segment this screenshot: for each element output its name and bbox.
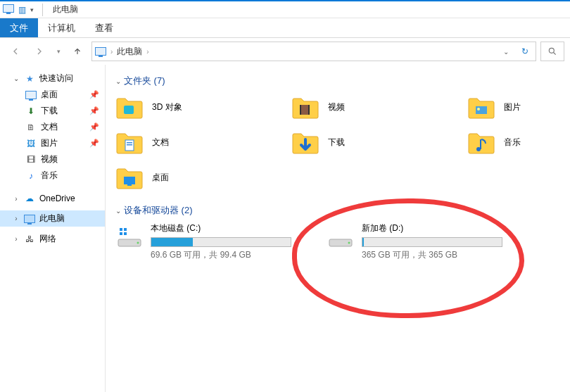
folder-item[interactable]: 视频 <box>291 93 446 121</box>
svg-rect-18 <box>124 232 127 235</box>
folder-label: 下载 <box>328 137 345 148</box>
svg-point-6 <box>477 108 480 110</box>
svg-rect-2 <box>300 105 310 115</box>
desktop-icon <box>25 89 37 101</box>
svg-rect-11 <box>480 139 481 149</box>
drive-item[interactable]: 新加卷 (D:) 365 GB 可用，共 365 GB <box>327 222 531 261</box>
folder-label: 桌面 <box>152 172 169 184</box>
sidebar-item-downloads[interactable]: ⬇ 下载 📌 <box>0 103 105 119</box>
search-input[interactable] <box>540 42 564 61</box>
sidebar-item-onedrive[interactable]: › ☁ OneDrive <box>0 191 105 206</box>
sidebar-item-network[interactable]: › 🖧 网络 <box>0 231 105 247</box>
refresh-icon[interactable]: ↻ <box>517 46 533 56</box>
thispc-icon <box>24 213 35 225</box>
address-bar[interactable]: › 此电脑 › ⌄ ↻ <box>91 42 536 61</box>
star-icon: ★ <box>24 73 35 84</box>
svg-rect-9 <box>127 144 132 146</box>
forward-button[interactable] <box>30 42 49 61</box>
chevron-right-icon[interactable]: › <box>146 48 148 56</box>
tab-file[interactable]: 文件 <box>0 18 38 37</box>
tab-computer[interactable]: 计算机 <box>38 18 85 37</box>
qat-dropdown-icon[interactable]: ▾ <box>30 6 34 13</box>
sidebar-item-pictures[interactable]: 🖼 图片 📌 <box>0 135 105 151</box>
sidebar-item-quick-access[interactable]: ⌄ ★ 快速访问 <box>0 70 105 87</box>
drive-icon <box>115 222 144 251</box>
chevron-right-icon[interactable]: › <box>13 235 20 243</box>
folder-icon <box>291 128 319 156</box>
back-button[interactable] <box>6 42 25 61</box>
sidebar-item-documents[interactable]: 🗎 文档 📌 <box>0 119 105 135</box>
folder-item[interactable]: 音乐 <box>467 128 570 156</box>
tab-view[interactable]: 查看 <box>85 18 123 37</box>
download-icon: ⬇ <box>25 106 37 117</box>
chevron-down-icon: ⌄ <box>115 77 121 85</box>
svg-rect-5 <box>476 106 487 114</box>
sidebar-item-music[interactable]: ♪ 音乐 <box>0 167 105 184</box>
sidebar-label: 桌面 <box>41 89 58 101</box>
system-icon <box>3 4 14 15</box>
address-dropdown-icon[interactable]: ⌄ <box>499 48 513 56</box>
recent-dropdown[interactable]: ▾ <box>53 42 63 61</box>
up-button[interactable] <box>68 42 87 61</box>
drive-item[interactable]: 本地磁盘 (C:) 69.6 GB 可用，共 99.4 GB <box>115 222 319 261</box>
drive-name: 本地磁盘 (C:) <box>151 222 319 234</box>
svg-rect-12 <box>124 177 135 184</box>
svg-rect-8 <box>127 142 132 144</box>
folder-item[interactable]: 3D 对象 <box>115 93 270 121</box>
chevron-right-icon[interactable]: › <box>13 215 20 222</box>
svg-point-22 <box>348 242 350 244</box>
chevron-right-icon[interactable]: › <box>110 48 113 56</box>
title-bar: ▥ ▾ 此电脑 <box>0 0 570 18</box>
folder-icon <box>115 163 144 191</box>
svg-point-0 <box>549 48 554 53</box>
folders-grid: 3D 对象 视频 图片 文档 下载 音乐 桌面 <box>115 93 560 191</box>
pin-icon: 📌 <box>89 106 99 115</box>
sidebar-label: 下载 <box>41 105 58 117</box>
picture-icon: 🖼 <box>25 138 37 149</box>
qat-pin-icon[interactable]: ▥ <box>18 5 26 15</box>
folder-item[interactable]: 图片 <box>467 93 570 121</box>
sidebar-item-desktop[interactable]: 桌面 📌 <box>0 87 105 103</box>
pin-icon: 📌 <box>89 139 99 148</box>
svg-rect-13 <box>127 184 132 186</box>
section-folders-header[interactable]: ⌄ 文件夹 (7) <box>115 75 560 87</box>
sidebar-label: 此电脑 <box>39 213 65 225</box>
drive-usage-bar <box>151 237 291 247</box>
svg-rect-1 <box>124 106 134 114</box>
folder-item[interactable]: 文档 <box>115 128 270 156</box>
breadcrumb-root[interactable]: 此电脑 <box>117 46 142 58</box>
main-layout: ⌄ ★ 快速访问 桌面 📌 ⬇ 下载 📌 🗎 文档 📌 🖼 图片 📌 🎞 视频 <box>0 65 570 392</box>
chevron-down-icon: ⌄ <box>115 207 121 215</box>
video-icon: 🎞 <box>25 154 37 165</box>
document-icon: 🗎 <box>25 122 37 133</box>
folder-label: 视频 <box>328 101 345 113</box>
chevron-right-icon[interactable]: › <box>13 195 20 203</box>
folder-label: 3D 对象 <box>152 101 182 113</box>
drive-status: 365 GB 可用，共 365 GB <box>362 249 531 261</box>
sidebar-label: OneDrive <box>39 194 75 203</box>
pin-icon: 📌 <box>89 122 99 132</box>
folder-label: 文档 <box>152 137 169 148</box>
chevron-down-icon[interactable]: ⌄ <box>13 75 20 82</box>
ribbon-tabs: 文件 计算机 查看 <box>0 18 570 38</box>
folder-icon <box>467 128 495 156</box>
cloud-icon: ☁ <box>24 193 35 204</box>
folder-label: 图片 <box>504 101 521 113</box>
folder-icon <box>115 93 144 121</box>
sidebar-item-videos[interactable]: 🎞 视频 <box>0 151 105 167</box>
sidebar-label: 文档 <box>41 121 58 133</box>
drive-usage-bar <box>362 237 502 247</box>
sidebar-label: 图片 <box>41 137 58 149</box>
sidebar-item-thispc[interactable]: › 此电脑 <box>0 210 105 227</box>
folder-item[interactable]: 下载 <box>291 128 446 156</box>
network-icon: 🖧 <box>24 234 35 245</box>
folder-icon <box>291 93 319 121</box>
sidebar-label: 快速访问 <box>39 72 73 84</box>
sidebar-label: 网络 <box>39 233 56 245</box>
section-drives-header[interactable]: ⌄ 设备和驱动器 (2) <box>115 204 560 217</box>
window-title: 此电脑 <box>53 4 78 15</box>
svg-point-20 <box>137 242 139 244</box>
section-folders-title: 文件夹 (7) <box>124 75 165 87</box>
folder-item[interactable]: 桌面 <box>115 163 270 191</box>
folder-icon <box>467 93 495 121</box>
